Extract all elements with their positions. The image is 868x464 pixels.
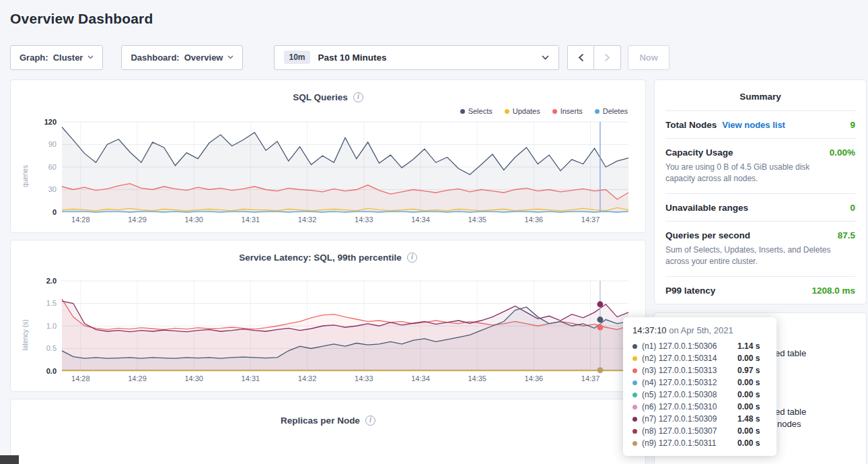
tooltip-node-row: (n8) 127.0.0.1:503070.00 s <box>632 425 767 437</box>
sql-queries-chart[interactable]: 14:2814:2914:3014:3114:3214:3314:3414:35… <box>31 118 635 227</box>
legend-item-updates[interactable]: Updates <box>505 107 540 115</box>
svg-text:120: 120 <box>44 118 57 126</box>
tooltip-node-row: (n1) 127.0.0.1:503061.14 s <box>632 340 767 352</box>
sql-queries-chart-card: SQL Queries i SelectsUpdatesInsertsDelet… <box>10 79 646 233</box>
tooltip-date: on Apr 5th, 2021 <box>667 325 733 335</box>
dashboard-dropdown-value: Overview <box>184 53 223 63</box>
tooltip-node-row: (n2) 127.0.0.1:503140.00 s <box>632 352 767 364</box>
summary-row-description: Sum of Selects, Updates, Inserts, and De… <box>665 244 840 268</box>
y-axis-label: queries <box>19 118 31 227</box>
svg-text:14:37: 14:37 <box>581 216 600 224</box>
node-latency-value: 0.00 s <box>737 378 767 387</box>
summary-row: P99 latency1208.0 ms <box>665 276 855 304</box>
charts-column: SQL Queries i SelectsUpdatesInsertsDelet… <box>10 79 646 464</box>
toolbar: Graph: Cluster Dashboard: Overview 10m P… <box>10 44 858 70</box>
dashboard-dropdown[interactable]: Dashboard: Overview <box>121 45 243 70</box>
page-title: Overview Dashboard <box>0 0 868 27</box>
svg-text:14:28: 14:28 <box>71 374 90 383</box>
node-address: (n8) 127.0.0.1:50307 <box>642 426 733 436</box>
summary-row-label: Total Nodes <box>665 120 717 130</box>
legend-item-inserts[interactable]: Inserts <box>552 107 583 115</box>
legend-name: Deletes <box>603 107 628 115</box>
summary-row-value: 9 <box>850 120 855 130</box>
chevron-left-icon <box>578 53 584 62</box>
latency-chart-card: Service Latency: SQL, 99th percentile i … <box>10 240 646 392</box>
summary-row-label: P99 latency <box>665 286 715 296</box>
now-button[interactable]: Now <box>628 45 669 70</box>
graph-dropdown-value: Cluster <box>53 53 83 63</box>
node-color-dot <box>632 417 637 422</box>
node-color-dot <box>632 380 637 385</box>
replicas-chart-card: Replicas per Node i <box>10 399 646 464</box>
tooltip-node-row: (n5) 127.0.0.1:503080.00 s <box>632 389 767 401</box>
legend-item-selects[interactable]: Selects <box>460 107 493 115</box>
tooltip-timestamp: 14:37:10 on Apr 5th, 2021 <box>632 325 767 335</box>
node-latency-value: 0.00 s <box>737 402 767 411</box>
node-address: (n6) 127.0.0.1:50310 <box>642 402 733 411</box>
time-range-picker[interactable]: 10m Past 10 Minutes <box>274 45 559 70</box>
latency-chart[interactable]: 14:2814:2914:3014:3114:3214:3314:3414:35… <box>31 277 635 386</box>
sql-queries-legend: SelectsUpdatesInsertsDeletes <box>19 106 637 117</box>
summary-row-label: Queries per second <box>665 230 750 240</box>
summary-row-label: Unavailable ranges <box>665 203 748 213</box>
node-address: (n3) 127.0.0.1:50313 <box>642 366 733 375</box>
svg-text:14:35: 14:35 <box>468 374 486 383</box>
svg-text:60: 60 <box>48 163 57 171</box>
node-color-dot <box>632 441 637 446</box>
summary-row-label: Capacity Usage <box>665 147 733 158</box>
summary-row: Capacity Usage0.00%You are using 0 B of … <box>665 138 855 193</box>
legend-item-deletes[interactable]: Deletes <box>595 107 628 115</box>
node-address: (n4) 127.0.0.1:50312 <box>642 378 733 387</box>
tooltip-node-row: (n7) 127.0.0.1:503091.48 s <box>632 413 767 425</box>
summary-title: Summary <box>665 80 855 110</box>
svg-text:14:32: 14:32 <box>298 374 317 383</box>
partial-element-bottom-left <box>0 455 19 464</box>
svg-text:14:36: 14:36 <box>525 216 544 224</box>
svg-text:14:35: 14:35 <box>468 216 486 224</box>
chevron-right-icon <box>604 53 610 62</box>
svg-text:14:37: 14:37 <box>581 374 600 383</box>
node-address: (n9) 127.0.0.1:50311 <box>642 438 733 448</box>
view-nodes-list-link[interactable]: View nodes list <box>722 120 785 130</box>
svg-text:14:28: 14:28 <box>71 216 90 224</box>
node-latency-value: 1.48 s <box>737 414 767 424</box>
legend-dot <box>460 109 465 114</box>
svg-text:14:33: 14:33 <box>355 216 373 224</box>
info-icon[interactable]: i <box>365 416 375 426</box>
svg-text:1.0: 1.0 <box>46 322 57 330</box>
summary-row-description: You are using 0 B of 4.5 GiB usable disk… <box>665 162 840 185</box>
node-latency-value: 0.00 s <box>737 390 767 399</box>
summary-row: Unavailable ranges0 <box>665 193 855 221</box>
overview-dashboard-page: Overview Dashboard Graph: Cluster Dashbo… <box>0 0 868 464</box>
info-icon[interactable]: i <box>407 253 417 263</box>
svg-text:14:36: 14:36 <box>525 374 544 383</box>
svg-text:14:30: 14:30 <box>184 216 203 224</box>
summary-row-value: 0 <box>850 203 855 213</box>
tooltip-node-row: (n6) 127.0.0.1:503100.00 s <box>632 401 767 413</box>
time-range-label: Past 10 Minutes <box>318 53 542 63</box>
event-item: nodes <box>777 419 801 429</box>
legend-dot <box>505 109 509 114</box>
tooltip-node-row: (n3) 127.0.0.1:503130.97 s <box>632 364 767 376</box>
node-latency-value: 0.97 s <box>737 366 767 375</box>
node-color-dot <box>632 393 637 397</box>
summary-row-value: 87.5 <box>838 230 855 240</box>
node-latency-value: 0.00 s <box>737 426 767 436</box>
svg-text:30: 30 <box>48 185 57 193</box>
svg-text:14:29: 14:29 <box>128 216 147 224</box>
svg-text:2.0: 2.0 <box>46 277 57 285</box>
time-next-button[interactable] <box>594 45 621 70</box>
node-color-dot <box>632 368 637 373</box>
replicas-chart-title: Replicas per Node <box>281 416 360 426</box>
graph-dropdown[interactable]: Graph: Cluster <box>10 45 103 70</box>
node-address: (n7) 127.0.0.1:50309 <box>642 414 733 424</box>
tooltip-node-row: (n9) 127.0.0.1:503110.00 s <box>632 437 767 449</box>
time-prev-button[interactable] <box>567 45 594 70</box>
svg-text:90: 90 <box>48 140 57 148</box>
chart-hover-tooltip: 14:37:10 on Apr 5th, 2021 (n1) 127.0.0.1… <box>623 317 776 456</box>
y-axis-label: latency (s) <box>19 277 31 386</box>
legend-name: Updates <box>513 107 540 115</box>
node-color-dot <box>632 356 637 361</box>
info-icon[interactable]: i <box>353 92 363 102</box>
node-color-dot <box>632 429 637 434</box>
